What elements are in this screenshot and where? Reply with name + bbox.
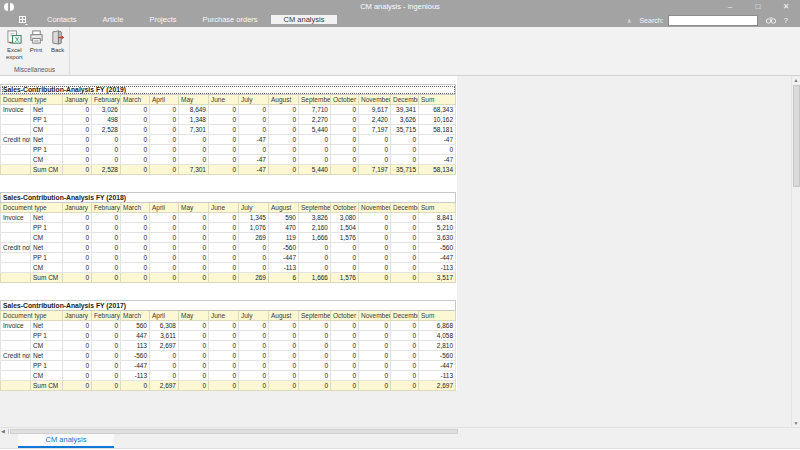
value-cell[interactable]: 0 bbox=[359, 273, 391, 283]
value-cell[interactable]: 0 bbox=[92, 321, 121, 331]
value-cell[interactable]: 0 bbox=[150, 263, 179, 273]
doc-type-cell[interactable]: CM bbox=[31, 125, 63, 135]
value-cell[interactable]: 8,649 bbox=[179, 105, 209, 115]
doc-type-cell[interactable]: CM bbox=[31, 233, 63, 243]
value-cell[interactable]: 269 bbox=[239, 233, 269, 243]
value-cell[interactable]: -447 bbox=[269, 253, 299, 263]
doc-group-cell[interactable] bbox=[1, 223, 31, 233]
doc-type-cell[interactable]: PP 1 bbox=[31, 331, 63, 341]
doc-group-cell[interactable] bbox=[1, 341, 31, 351]
value-cell[interactable]: -560 bbox=[419, 243, 456, 253]
value-cell[interactable]: 0 bbox=[359, 253, 391, 263]
value-cell[interactable]: 7,301 bbox=[179, 165, 209, 175]
value-cell[interactable]: 0 bbox=[121, 253, 150, 263]
value-cell[interactable]: 0 bbox=[63, 263, 92, 273]
ribbon-tab-purchase-orders[interactable]: Purchase orders bbox=[190, 15, 271, 24]
value-cell[interactable]: 0 bbox=[239, 361, 269, 371]
value-cell[interactable]: 0 bbox=[179, 243, 209, 253]
value-cell[interactable]: 0 bbox=[359, 233, 391, 243]
value-cell[interactable]: 0 bbox=[179, 213, 209, 223]
doc-type-cell[interactable]: PP 1 bbox=[31, 223, 63, 233]
value-cell[interactable]: 0 bbox=[391, 341, 419, 351]
value-cell[interactable]: 0 bbox=[391, 145, 419, 155]
value-cell[interactable]: 0 bbox=[121, 145, 150, 155]
value-cell[interactable]: 1,504 bbox=[331, 223, 359, 233]
value-cell[interactable]: 0 bbox=[359, 321, 391, 331]
value-cell[interactable]: 6,308 bbox=[150, 321, 179, 331]
doc-group-cell[interactable]: Invoice bbox=[1, 213, 31, 223]
value-cell[interactable]: 0 bbox=[209, 263, 239, 273]
value-cell[interactable]: 0 bbox=[299, 331, 331, 341]
value-cell[interactable]: 0 bbox=[150, 223, 179, 233]
value-cell[interactable]: 0 bbox=[121, 381, 150, 391]
value-cell[interactable]: 0 bbox=[92, 381, 121, 391]
value-cell[interactable]: 0 bbox=[359, 381, 391, 391]
value-cell[interactable]: 0 bbox=[359, 341, 391, 351]
value-cell[interactable]: 0 bbox=[331, 321, 359, 331]
value-cell[interactable]: 0 bbox=[150, 243, 179, 253]
value-cell[interactable]: 0 bbox=[150, 371, 179, 381]
value-cell[interactable]: 0 bbox=[121, 155, 150, 165]
value-cell[interactable]: 0 bbox=[331, 105, 359, 115]
doc-group-cell[interactable]: Invoice bbox=[1, 321, 31, 331]
value-cell[interactable]: 0 bbox=[269, 321, 299, 331]
value-cell[interactable]: 0 bbox=[179, 223, 209, 233]
value-cell[interactable]: 0 bbox=[179, 233, 209, 243]
value-cell[interactable]: 1,666 bbox=[299, 233, 331, 243]
value-cell[interactable]: 0 bbox=[92, 341, 121, 351]
value-cell[interactable]: 0 bbox=[209, 233, 239, 243]
value-cell[interactable]: -47 bbox=[239, 135, 269, 145]
value-cell[interactable]: 0 bbox=[209, 115, 239, 125]
value-cell[interactable]: 0 bbox=[391, 361, 419, 371]
value-cell[interactable]: 0 bbox=[331, 135, 359, 145]
value-cell[interactable]: 0 bbox=[391, 351, 419, 361]
value-cell[interactable]: 498 bbox=[92, 115, 121, 125]
value-cell[interactable]: 39,341 bbox=[391, 105, 419, 115]
value-cell[interactable]: 0 bbox=[179, 381, 209, 391]
value-cell[interactable]: 590 bbox=[269, 213, 299, 223]
value-cell[interactable]: 0 bbox=[331, 361, 359, 371]
doc-group-cell[interactable] bbox=[1, 263, 31, 273]
value-cell[interactable]: -113 bbox=[419, 371, 456, 381]
value-cell[interactable]: 0 bbox=[331, 371, 359, 381]
value-cell[interactable]: 0 bbox=[63, 135, 92, 145]
value-cell[interactable]: 0 bbox=[331, 253, 359, 263]
ribbon-tab-projects[interactable]: Projects bbox=[136, 15, 189, 24]
scroll-up-icon[interactable]: ▲ bbox=[792, 76, 800, 84]
value-cell[interactable]: 0 bbox=[92, 263, 121, 273]
value-cell[interactable]: 0 bbox=[179, 145, 209, 155]
value-cell[interactable]: 0 bbox=[121, 165, 150, 175]
value-cell[interactable]: 0 bbox=[209, 165, 239, 175]
value-cell[interactable]: -560 bbox=[121, 351, 150, 361]
value-cell[interactable]: 0 bbox=[63, 371, 92, 381]
doc-group-cell[interactable]: Credit note bbox=[1, 351, 31, 361]
value-cell[interactable]: 0 bbox=[63, 165, 92, 175]
value-cell[interactable]: 0 bbox=[63, 243, 92, 253]
doc-group-cell[interactable] bbox=[1, 371, 31, 381]
value-cell[interactable]: 0 bbox=[150, 165, 179, 175]
value-cell[interactable]: 0 bbox=[63, 341, 92, 351]
value-cell[interactable]: 0 bbox=[269, 135, 299, 145]
doc-type-cell[interactable]: Net bbox=[31, 351, 63, 361]
binoculars-search-icon[interactable] bbox=[766, 16, 776, 24]
value-cell[interactable]: 0 bbox=[121, 263, 150, 273]
value-cell[interactable]: 0 bbox=[331, 165, 359, 175]
value-cell[interactable]: 0 bbox=[299, 351, 331, 361]
value-cell[interactable]: 2,420 bbox=[359, 115, 391, 125]
value-cell[interactable]: 0 bbox=[269, 361, 299, 371]
value-cell[interactable]: 0 bbox=[121, 243, 150, 253]
value-cell[interactable]: 0 bbox=[209, 213, 239, 223]
value-cell[interactable]: 0 bbox=[299, 155, 331, 165]
value-cell[interactable]: 0 bbox=[269, 351, 299, 361]
value-cell[interactable]: 0 bbox=[359, 351, 391, 361]
value-cell[interactable]: 0 bbox=[209, 321, 239, 331]
value-cell[interactable]: 0 bbox=[179, 321, 209, 331]
value-cell[interactable]: 3,026 bbox=[92, 105, 121, 115]
value-cell[interactable]: 0 bbox=[92, 213, 121, 223]
value-cell[interactable]: 8,841 bbox=[419, 213, 456, 223]
value-cell[interactable]: 0 bbox=[299, 263, 331, 273]
value-cell[interactable]: 0 bbox=[121, 273, 150, 283]
value-cell[interactable]: -113 bbox=[121, 371, 150, 381]
doc-type-cell[interactable]: Sum CM bbox=[31, 381, 63, 391]
value-cell[interactable]: 0 bbox=[63, 213, 92, 223]
